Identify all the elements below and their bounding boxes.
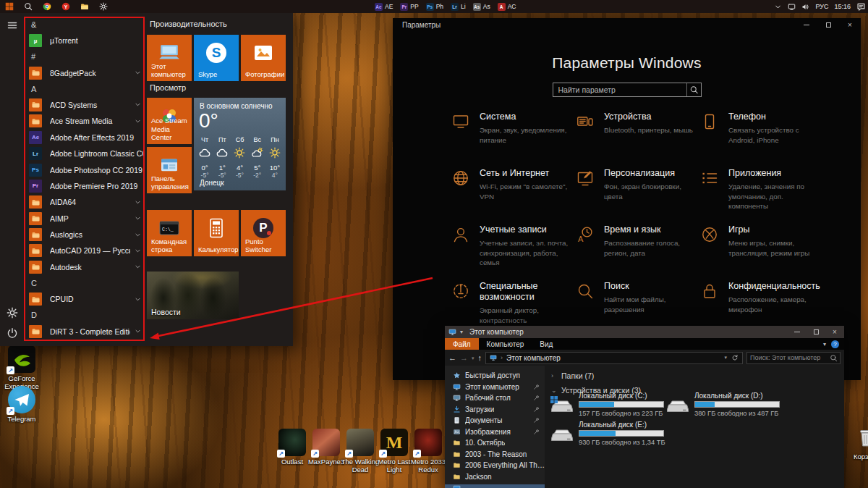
settings-category-2[interactable]: УстройстваBluetooth, принтеры, мышь bbox=[576, 111, 701, 167]
sidebar-item[interactable]: Этот компьютер bbox=[445, 382, 545, 393]
sidebar-item[interactable]: Рабочий стол bbox=[445, 392, 545, 404]
hamburger-icon[interactable] bbox=[7, 20, 18, 31]
taskbar-pinned-app[interactable]: LrLi bbox=[451, 3, 466, 11]
ribbon-tab-file[interactable]: Файл bbox=[445, 338, 479, 350]
sidebar-item[interactable]: Изображения bbox=[445, 426, 545, 438]
history-chevron[interactable]: ▾ bbox=[472, 356, 475, 361]
settings-category-3[interactable]: ТелефонСвязать устройство с Android, iPh… bbox=[701, 111, 825, 167]
desktop-icon-telegram[interactable]: ↗Telegram bbox=[0, 386, 43, 424]
settings-category-4[interactable]: Сеть и ИнтернетWi-Fi, режим "в самолете"… bbox=[452, 167, 576, 224]
up-button[interactable]: ↑ bbox=[478, 354, 482, 362]
app-list-item[interactable]: AIDA64 bbox=[24, 194, 145, 210]
app-list-item[interactable]: CPUID bbox=[24, 291, 145, 307]
sidebar-item[interactable]: Быстрый доступ bbox=[445, 370, 545, 382]
settings-taskbar[interactable] bbox=[94, 0, 113, 13]
sidebar-item-selected-partial[interactable] bbox=[445, 484, 545, 488]
taskbar-pinned-app[interactable]: AsAs bbox=[473, 3, 490, 11]
chevron-down-icon[interactable] bbox=[130, 198, 145, 206]
ribbon-tab-view[interactable]: Вид bbox=[532, 338, 561, 350]
search-icon[interactable] bbox=[686, 83, 701, 96]
desktop-icon-geforce[interactable]: ↗GeForce Experience bbox=[0, 345, 43, 391]
chevron-down-icon[interactable] bbox=[130, 70, 145, 77]
sidebar-item[interactable]: Загрузки bbox=[445, 404, 545, 416]
yandex-browser-taskbar[interactable]: Y bbox=[56, 0, 75, 13]
sidebar-item[interactable]: Jackson bbox=[445, 471, 545, 483]
language-indicator[interactable]: РУС bbox=[815, 3, 828, 10]
taskbar-pinned-app[interactable]: PsPh bbox=[426, 3, 443, 11]
drive-item[interactable]: Локальный диск (C:)157 ГБ свободно из 22… bbox=[550, 392, 664, 417]
browser-taskbar[interactable] bbox=[38, 0, 56, 13]
taskbar-pinned-app[interactable]: AeAE bbox=[375, 3, 393, 11]
volume-icon[interactable] bbox=[801, 3, 809, 11]
file-explorer-taskbar[interactable] bbox=[75, 0, 94, 13]
settings-category-7[interactable]: Учетные записиУчетные записи, эл. почта,… bbox=[452, 224, 576, 280]
quick-access-toolbar-chevron[interactable]: ▾ bbox=[460, 329, 463, 335]
taskbar-search[interactable] bbox=[19, 0, 38, 13]
notification-center-icon[interactable] bbox=[856, 2, 866, 12]
app-list-item[interactable]: PsAdobe Photoshop CC 2019 bbox=[24, 161, 145, 177]
tile-panel[interactable]: Панель управления bbox=[147, 147, 192, 193]
chevron-down-icon[interactable] bbox=[130, 101, 145, 109]
settings-category-8[interactable]: AВремя и языкРаспознавание голоса, регио… bbox=[576, 224, 701, 280]
close-button[interactable]: × bbox=[839, 18, 861, 31]
app-list-section-header[interactable]: & bbox=[24, 17, 145, 33]
settings-gear-icon[interactable] bbox=[7, 307, 18, 319]
taskbar-pinned-app[interactable]: PrPP bbox=[400, 3, 418, 11]
tile-news[interactable]: Новости bbox=[147, 272, 239, 319]
tile-cmd[interactable]: C:\_Командная строка bbox=[147, 210, 192, 256]
address-dropdown-chevron[interactable]: ▾ bbox=[724, 355, 727, 361]
explorer-search-input[interactable] bbox=[747, 354, 830, 361]
ribbon-tab-computer[interactable]: Компьютер bbox=[479, 338, 532, 350]
group-folders[interactable]: › Папки (7) bbox=[551, 371, 844, 380]
tile-group-title[interactable]: Производительность bbox=[150, 20, 227, 28]
clock[interactable]: 15:16 bbox=[834, 3, 851, 10]
hidden-icons-chevron[interactable] bbox=[774, 3, 782, 11]
maximize-button[interactable] bbox=[817, 18, 839, 31]
sidebar-item[interactable]: Документы bbox=[445, 415, 545, 426]
app-list-item[interactable]: AeAdobe After Effects 2019 bbox=[24, 130, 145, 146]
chevron-down-icon[interactable] bbox=[130, 328, 145, 335]
app-list-item[interactable]: µµTorrent bbox=[24, 33, 145, 49]
maximize-button[interactable] bbox=[807, 326, 825, 338]
taskbar-pinned-app[interactable]: AAC bbox=[498, 3, 516, 11]
app-list-item[interactable]: PrAdobe Premiere Pro 2019 bbox=[24, 178, 145, 194]
power-icon[interactable] bbox=[7, 327, 18, 339]
chevron-down-icon[interactable] bbox=[130, 264, 145, 271]
tile-calc[interactable]: Калькулятор bbox=[194, 210, 239, 256]
tile-punto[interactable]: PPunto Switcher bbox=[241, 210, 286, 256]
start-button[interactable] bbox=[0, 0, 19, 13]
app-list-item[interactable]: Auslogics bbox=[24, 227, 145, 243]
settings-category-5[interactable]: ПерсонализацияФон, экран блокировки, цве… bbox=[576, 167, 701, 224]
help-icon[interactable]: ? bbox=[831, 340, 839, 348]
settings-category-1[interactable]: СистемаЭкран, звук, уведомления, питание bbox=[452, 111, 576, 167]
app-list-item[interactable]: ACD Systems bbox=[24, 97, 145, 113]
app-list-item[interactable]: 8GadgetPack bbox=[24, 64, 145, 80]
app-list-item[interactable]: Ace Stream Media bbox=[24, 113, 145, 129]
tile-pc[interactable]: Этот компьютер bbox=[147, 35, 192, 81]
app-list-item[interactable]: AutoCAD 2019 — Русский (Russ… bbox=[24, 243, 145, 258]
settings-category-9[interactable]: ИгрыМеню игры, снимки, трансляция, режим… bbox=[701, 224, 825, 280]
ribbon-collapse-chevron[interactable]: ▾ bbox=[823, 341, 826, 348]
sidebar-item[interactable]: 2006 Everything All The Time bbox=[445, 460, 545, 471]
network-monitor-icon[interactable] bbox=[788, 3, 796, 11]
app-list-section-header[interactable]: A bbox=[24, 81, 145, 97]
desktop-icon-metro2033[interactable]: ↗Metro 2033 Redux bbox=[407, 429, 450, 474]
settings-search-input[interactable] bbox=[553, 85, 686, 94]
app-list-item[interactable]: LrAdobe Lightroom Classic CC bbox=[24, 146, 145, 161]
forward-button[interactable]: → bbox=[460, 354, 468, 362]
desktop-icon-recycle[interactable]: Корзина bbox=[845, 424, 868, 461]
chevron-down-icon[interactable] bbox=[130, 295, 145, 303]
minimize-button[interactable] bbox=[796, 18, 817, 31]
refresh-icon[interactable] bbox=[731, 354, 739, 361]
close-button[interactable]: × bbox=[825, 326, 844, 338]
app-list-item[interactable]: DiRT 3 - Complete Edition bbox=[24, 323, 145, 339]
app-list-item[interactable]: Autodesk bbox=[24, 259, 145, 275]
settings-category-6[interactable]: ПриложенияУдаление, значения по умолчани… bbox=[701, 167, 825, 224]
chevron-down-icon[interactable] bbox=[130, 215, 145, 222]
minimize-button[interactable] bbox=[788, 326, 807, 338]
tile-acestream[interactable]: Ace Stream Media Center bbox=[147, 98, 192, 144]
tile-weather[interactable]: В основном солнечно 0° Чт0°-5°Пт1°-5°Сб4… bbox=[194, 98, 286, 190]
chevron-down-icon[interactable] bbox=[130, 117, 145, 125]
drive-item[interactable]: Локальный диск (D:)380 ГБ свободно из 48… bbox=[666, 392, 780, 417]
back-button[interactable]: ← bbox=[448, 354, 456, 362]
